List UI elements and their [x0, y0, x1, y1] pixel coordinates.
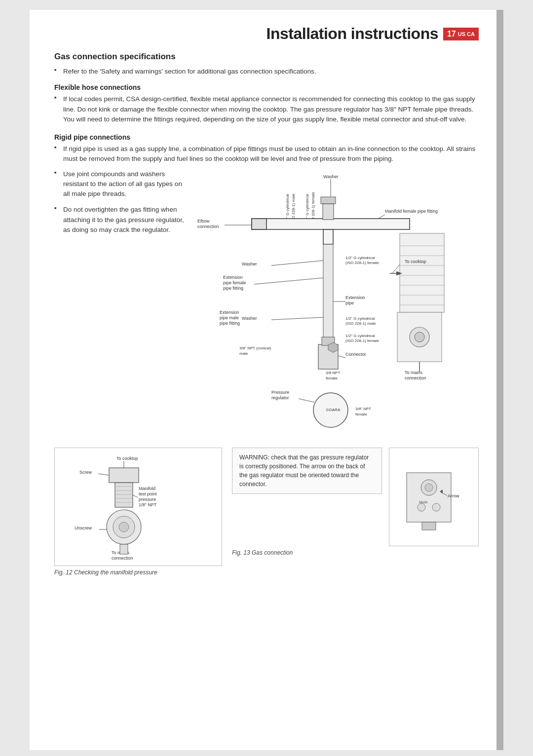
rigid-pipe-section: Rigid pipe connections ■ If rigid pipe i…	[54, 133, 479, 438]
flexible-hose-text-1: If local codes permit, CSA design-certif…	[63, 94, 479, 124]
ext-pipe-female-label3: pipe fitting	[223, 286, 243, 291]
fig13-warning-area: WARNING: check that the gas pressure reg…	[232, 448, 382, 546]
warning-box: WARNING: check that the gas pressure reg…	[232, 448, 382, 494]
manifold-body	[252, 219, 410, 229]
bullet-icon: ■	[54, 145, 63, 151]
svg-rect-4	[321, 197, 336, 204]
page-number: 17	[447, 30, 456, 38]
svg-rect-45	[422, 522, 436, 530]
gas-connection-title: Gas connection specifications	[54, 52, 479, 62]
svg-line-23	[299, 399, 314, 402]
three-eighth-npt-male-label2: male	[239, 351, 248, 356]
half-g-female-mid-label2: (ISO 228-1) female	[345, 261, 380, 265]
bullet-icon: ■	[54, 206, 63, 211]
svg-point-44	[432, 503, 440, 511]
main-vert-pipe	[323, 244, 333, 343]
half-g-female-mid-label: 1/2" G cylindrical	[345, 256, 375, 260]
rigid-pipe-text-3: Do not overtighten the gas fitting when …	[63, 205, 188, 235]
rigid-pipe-bullet-2: ■ Use joint compounds and washers resist…	[54, 169, 188, 199]
fig12-to-mains2: connection	[112, 556, 133, 561]
rigid-pipe-text-1: If rigid pipe is used as a gas supply li…	[63, 144, 479, 164]
svg-line-16	[254, 278, 323, 284]
pressure-reg-label2: regulator	[271, 395, 289, 400]
svg-point-42	[425, 484, 433, 491]
fig12-manifold-test4: 1/8" NPT	[139, 502, 157, 507]
gas-connection-bullet-1: ■ Refer to the 'Safety and warnings' sec…	[54, 67, 479, 76]
flexible-hose-bullet-1: ■ If local codes permit, CSA design-cert…	[54, 94, 479, 124]
ext-pipe-female-label2: pipe female	[223, 280, 246, 285]
left-text-area: ■ Use joint compounds and washers resist…	[54, 169, 192, 438]
ext-pipe-label2: pipe	[345, 301, 354, 305]
washer2-label: Washer	[242, 262, 257, 266]
svg-point-37	[119, 522, 129, 532]
svg-line-18	[271, 317, 323, 320]
svg-line-15	[271, 261, 323, 265]
ext-pipe-female-label: Extension	[223, 275, 243, 280]
svg-rect-40	[120, 544, 128, 554]
fig13-reg-text: Mode	[419, 500, 428, 504]
pressure-reg-label: Pressure	[271, 390, 289, 395]
rigid-pipe-bullet-3: ■ Do not overtighten the gas fitting whe…	[54, 205, 188, 235]
to-mains-label2: connection	[405, 376, 426, 380]
svg-rect-27	[109, 468, 139, 483]
elbow-label: Elbow	[197, 219, 210, 224]
fig13-arrow-label: Arrow	[448, 493, 459, 498]
sidebar-accent	[496, 10, 503, 750]
bullet-icon: ■	[54, 95, 63, 101]
three-eighth-npt-male-label: 3/8" NPT (conical)	[239, 346, 271, 350]
fig12-screw: Screw	[79, 470, 92, 475]
three-eighth-npt-female2-label2: female	[355, 412, 368, 416]
main-diagram: .dlabel { font-size: 9px; fill: #333; fo…	[192, 169, 479, 438]
fig12-svg: .fl { font-size: 9px; fill: #333; font-f…	[60, 453, 208, 562]
fig12-box: .fl { font-size: 9px; fill: #333; font-f…	[54, 448, 222, 566]
warning-text: WARNING: check that the gas pressure reg…	[239, 454, 369, 488]
rigid-pipe-title: Rigid pipe connections	[54, 133, 479, 141]
svg-point-43	[418, 503, 425, 511]
fig13-diagram-area: .fl13 { font-size: 9px; fill: #333; font…	[389, 448, 479, 546]
fig13-svg: .fl13 { font-size: 9px; fill: #333; font…	[394, 453, 473, 552]
pressure-reg-text: ⊙DARA	[326, 408, 341, 412]
page-region: US CA	[458, 31, 475, 37]
ext-pipe-label: Extension	[345, 295, 365, 300]
fig12-caption: Fig. 12 Checking the manifold pressure	[54, 569, 222, 576]
gas-connection-section: Gas connection specifications ■ Refer to…	[54, 52, 479, 124]
three-eighth-npt-female-label2: female	[326, 376, 338, 380]
half-g-female-bot-label2: (ISO 228-1) female	[345, 339, 380, 343]
fig12-manifold-test2: test point	[139, 491, 157, 496]
bullet-icon: ■	[54, 170, 63, 176]
cooktop-box	[400, 233, 444, 312]
figures-row: .fl { font-size: 9px; fill: #333; font-f…	[54, 448, 479, 576]
gas-connection-text-1: Refer to the 'Safety and warnings' secti…	[63, 67, 316, 76]
fig12-to-cooktop: To cooktop	[116, 456, 138, 461]
page-badge: 17 US CA	[443, 28, 479, 40]
svg-rect-5	[323, 204, 334, 220]
fig12-manifold-test3: pressure	[139, 497, 156, 502]
half-g-male-bot-label2: (ISO 228-1) male	[345, 321, 376, 326]
half-g-male-bot-label: 1/2" G cylindrical	[345, 316, 375, 321]
svg-line-14	[392, 265, 400, 273]
diagram-area: ■ Use joint compounds and washers resist…	[54, 169, 479, 438]
three-eighth-npt-female2-label: 3/8" NPT	[355, 407, 371, 411]
svg-rect-29	[115, 483, 133, 507]
washer3-label: Washer	[242, 316, 257, 321]
ext-pipe-male-label: Extension	[220, 310, 239, 315]
svg-line-35	[133, 495, 138, 497]
svg-rect-3	[252, 219, 266, 229]
manifold-female-label: Manifold female pipe fitting	[385, 209, 438, 214]
page: Installation instructions 17 US CA Gas c…	[30, 10, 503, 750]
pipe-top-vert	[323, 229, 333, 244]
fig13-container: WARNING: check that the gas pressure reg…	[232, 448, 479, 576]
fig12-manifold-test: Manifold	[139, 486, 155, 491]
to-mains-label: To mains	[405, 370, 423, 375]
rigid-pipe-bullet-1: ■ If rigid pipe is used as a gas supply …	[54, 144, 479, 164]
svg-line-28	[98, 474, 109, 475]
half-g-female-bot-label: 1/2" G cylindrical	[345, 334, 375, 338]
elbow-label2: connection	[197, 224, 219, 229]
to-cooktop-label: To cooktop	[405, 259, 426, 264]
flexible-hose-title: Flexible hose connections	[54, 83, 479, 91]
fig12-container: .fl { font-size: 9px; fill: #333; font-f…	[54, 448, 222, 576]
washer-label: Washer	[323, 174, 339, 179]
fig13-content: WARNING: check that the gas pressure reg…	[232, 448, 479, 546]
rigid-pipe-text-2: Use joint compounds and washers resistan…	[63, 169, 188, 199]
ext-pipe-male-label3: pipe fitting	[220, 321, 240, 326]
